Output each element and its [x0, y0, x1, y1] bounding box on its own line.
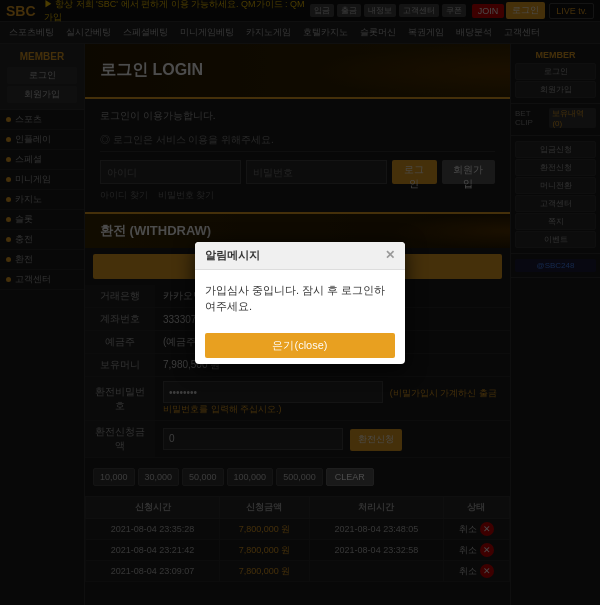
modal-footer: 은기(close)	[195, 327, 405, 364]
modal-message: 가입심사 중입니다. 잠시 후 로그인하여주세요.	[205, 284, 385, 313]
modal-header: 알림메시지 ✕	[195, 242, 405, 270]
modal-ok-button[interactable]: 은기(close)	[205, 333, 395, 358]
modal-dialog: 알림메시지 ✕ 가입심사 중입니다. 잠시 후 로그인하여주세요. 은기(clo…	[195, 242, 405, 364]
modal-body: 가입심사 중입니다. 잠시 후 로그인하여주세요.	[195, 270, 405, 327]
modal-overlay: 알림메시지 ✕ 가입심사 중입니다. 잠시 후 로그인하여주세요. 은기(clo…	[0, 0, 600, 605]
modal-close-icon[interactable]: ✕	[385, 248, 395, 262]
modal-title: 알림메시지	[205, 248, 260, 263]
